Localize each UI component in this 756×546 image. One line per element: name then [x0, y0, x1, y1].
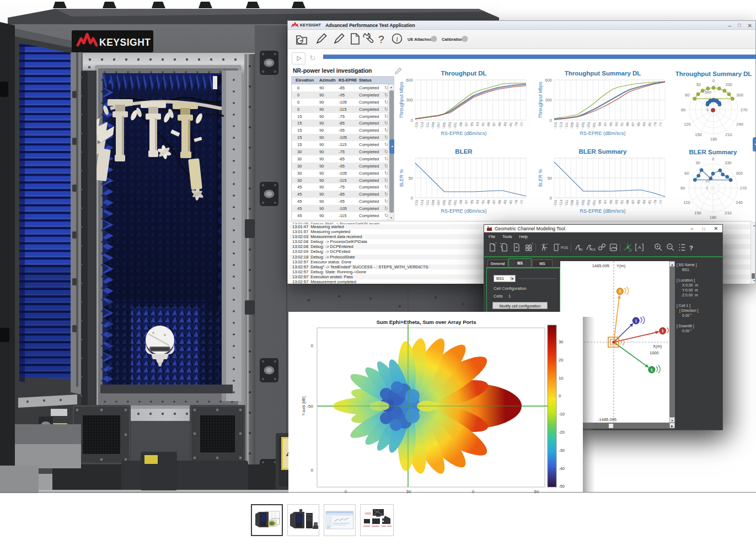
svg-text:-97: -97 — [464, 199, 469, 205]
svg-text:-111: -111 — [564, 199, 569, 206]
svg-text:-87: -87 — [491, 121, 496, 127]
svg-text:600: 600 — [406, 78, 413, 83]
svg-text:-113: -113 — [558, 199, 563, 207]
svg-text:-89: -89 — [486, 121, 491, 127]
svg-text:-111: -111 — [564, 121, 569, 128]
svg-text:Calibration: Calibration — [442, 37, 464, 42]
svg-text:-93: -93 — [475, 121, 480, 127]
svg-text:-81: -81 — [647, 121, 652, 127]
svg-text:-85: -85 — [636, 121, 641, 127]
svg-text:4T: 4T — [629, 250, 632, 253]
svg-text:-91: -91 — [619, 199, 624, 205]
svg-text:POS: POS — [561, 246, 568, 250]
svg-text:-101: -101 — [591, 199, 596, 207]
svg-text:-77: -77 — [519, 121, 524, 127]
svg-text:-83: -83 — [641, 121, 646, 127]
svg-text:BLER %: BLER % — [399, 169, 404, 187]
svg-text:*: * — [546, 243, 548, 246]
svg-text:RS-EPRE (dBm/scs): RS-EPRE (dBm/scs) — [580, 208, 625, 214]
svg-text:0: 0 — [550, 196, 552, 201]
svg-text:600: 600 — [545, 78, 552, 83]
svg-text:-93: -93 — [614, 199, 619, 205]
svg-text:-107: -107 — [436, 199, 441, 207]
svg-text:-99: -99 — [597, 199, 602, 205]
svg-text:i: i — [396, 35, 398, 43]
svg-text:RS-EPRE (dBm/scs): RS-EPRE (dBm/scs) — [580, 131, 625, 136]
svg-text:330: 330 — [725, 160, 732, 165]
svg-text:-93: -93 — [475, 199, 480, 205]
svg-text:300: 300 — [736, 171, 743, 176]
svg-text:-95: -95 — [608, 121, 613, 127]
svg-text:-83: -83 — [502, 121, 507, 127]
svg-text:180: 180 — [710, 137, 717, 142]
svg-text:0: 0 — [706, 108, 709, 112]
svg-text:-115: -115 — [553, 199, 557, 207]
svg-text:60: 60 — [684, 171, 689, 176]
svg-text:-103: -103 — [447, 121, 452, 129]
svg-text:20: 20 — [705, 179, 710, 183]
svg-text:1485.095: 1485.095 — [592, 263, 609, 268]
svg-text:50: 50 — [534, 489, 539, 494]
svg-text:-50: -50 — [307, 404, 313, 409]
svg-text:-105: -105 — [441, 121, 446, 129]
svg-text:-87: -87 — [491, 199, 496, 205]
svg-text:240: 240 — [736, 200, 743, 205]
svg-text:-89: -89 — [486, 199, 491, 205]
svg-text:Sum Ephi+Etheta, Sum over Arra: Sum Ephi+Etheta, Sum over Array Ports — [377, 319, 476, 325]
svg-text:*: * — [495, 242, 497, 245]
svg-text:-111: -111 — [425, 199, 430, 206]
svg-text:90: 90 — [680, 186, 685, 191]
svg-text:-89: -89 — [625, 121, 630, 127]
svg-text:-81: -81 — [647, 199, 652, 205]
svg-text:-103: -103 — [586, 199, 591, 207]
svg-text:-99: -99 — [597, 121, 602, 127]
svg-text:0: 0 — [472, 489, 475, 494]
svg-text:BLER Summary: BLER Summary — [579, 148, 628, 155]
svg-text:0: 0 — [550, 118, 552, 123]
svg-text:1: 1 — [635, 319, 637, 323]
svg-text:*: * — [559, 243, 560, 246]
svg-text:-10: -10 — [559, 412, 565, 417]
svg-text:UE Attached: UE Attached — [408, 37, 432, 42]
svg-text:0: 0 — [311, 468, 314, 473]
svg-text:-85: -85 — [497, 121, 502, 127]
svg-text:-111: -111 — [425, 121, 430, 128]
svg-text:A: A — [638, 245, 641, 250]
svg-text:-87: -87 — [630, 121, 635, 127]
svg-text:1: 1 — [619, 289, 621, 293]
svg-text:-77: -77 — [519, 199, 524, 205]
svg-text:-101: -101 — [591, 121, 596, 129]
svg-text:-107: -107 — [575, 121, 580, 129]
svg-text:0: 0 — [411, 118, 413, 123]
svg-text:-40: -40 — [559, 466, 565, 471]
svg-text:-91: -91 — [480, 199, 485, 205]
svg-text:Throughput DL: Throughput DL — [441, 70, 486, 77]
svg-text:-20: -20 — [559, 430, 565, 435]
svg-text:-95: -95 — [608, 199, 613, 205]
svg-text:-101: -101 — [452, 121, 457, 129]
svg-text:0: 0 — [411, 196, 413, 201]
svg-text:?: ? — [378, 34, 384, 45]
svg-text:-89: -89 — [625, 199, 630, 205]
svg-text:30: 30 — [696, 82, 700, 87]
svg-text:300: 300 — [406, 98, 413, 102]
svg-text:-103: -103 — [447, 199, 452, 207]
svg-text:-97: -97 — [603, 199, 608, 205]
svg-text:120: 120 — [683, 200, 690, 205]
svg-text:120: 120 — [684, 122, 691, 127]
svg-text:-50: -50 — [559, 484, 565, 489]
svg-text:10: 10 — [559, 376, 563, 381]
svg-text:150: 150 — [695, 132, 702, 137]
svg-text:-99: -99 — [458, 199, 463, 205]
svg-text:0: 0 — [559, 393, 561, 398]
svg-text:300: 300 — [736, 93, 743, 98]
svg-text:-109: -109 — [430, 121, 435, 129]
svg-text:-113: -113 — [419, 121, 424, 129]
svg-text:270: 270 — [741, 107, 748, 112]
svg-text:POS: POS — [589, 248, 596, 251]
svg-text:-115: -115 — [414, 199, 419, 207]
svg-text:150: 150 — [694, 210, 701, 215]
svg-text:Throughput Summary DL: Throughput Summary DL — [675, 71, 752, 77]
svg-text:240: 240 — [736, 122, 743, 127]
svg-text:-79: -79 — [652, 121, 657, 127]
